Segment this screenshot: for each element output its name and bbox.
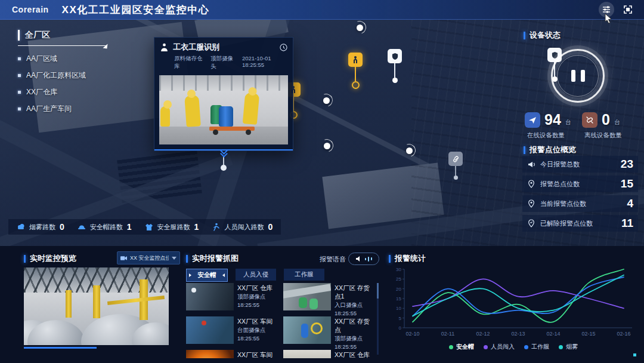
alarm-row-label: 今日报警总数 [540, 160, 616, 169]
svg-text:02-10: 02-10 [405, 331, 419, 337]
snapshot-location: XX厂区 车间 [237, 351, 273, 358]
title-accent-bar [24, 255, 26, 263]
area-nav-item[interactable]: AA厂化工原料区域 [18, 70, 107, 81]
pause-button[interactable] [551, 49, 605, 103]
chip-value: 1 [127, 222, 132, 232]
tab-workwear[interactable]: 工作服 [284, 269, 324, 281]
map-shield-pin[interactable] [388, 49, 402, 83]
snapshot-tabs: 安全帽 人员入侵 工作服 [186, 269, 324, 282]
dashboard: Corerain XX化工工业园区安全监控中心 全厂区 [0, 0, 644, 363]
area-nav-item[interactable]: AA厂区域 [18, 54, 107, 64]
online-count: 94 [544, 111, 561, 128]
monitor-scrollbar[interactable] [24, 347, 97, 349]
bullet-square [18, 91, 21, 94]
alarm-overview-row[interactable]: 今日报警总数 23 [522, 156, 638, 173]
snapshot-time: 18:25:55 [335, 343, 374, 350]
snapshot-location: XX厂区 存货点1 [335, 284, 374, 301]
tab-intrusion[interactable]: 人员入侵 [236, 269, 276, 281]
monitor-panel-title-text: 实时监控预览 [30, 253, 76, 264]
map-marker-dot[interactable] [324, 143, 330, 149]
legend-label: 安全帽 [456, 343, 474, 351]
map-marker-dot[interactable] [357, 24, 363, 31]
alarm-snapshot-item[interactable]: XX厂区 仓库 顶部摄像点 18:25:55 [186, 283, 277, 313]
work-suit-icon [160, 43, 169, 52]
map-alarm-pin[interactable] [348, 53, 363, 89]
online-unit: 台 [565, 118, 571, 127]
device-status-title-text: 设备状态 [530, 30, 561, 41]
chart-panel-title: 报警统计 [389, 253, 426, 264]
alarm-overview-row[interactable]: 已解除报警点位数 11 [522, 215, 638, 232]
svg-text:30: 30 [396, 267, 401, 272]
bullet-square [18, 107, 21, 110]
alarm-snapshot-item[interactable]: XX厂区 存货点 顶部摄像点 18:25:55 [283, 316, 374, 346]
resize-handle[interactable] [633, 353, 636, 356]
snapshot-thumbnail [283, 316, 331, 344]
alarm-statistics-chart[interactable]: 05101520253002-1002-1102-1202-1302-1402-… [389, 264, 638, 342]
popup-map-connector [221, 150, 227, 171]
legend-item-intrusion[interactable]: 人员闯入 [484, 343, 515, 351]
monitor-point-dropdown[interactable]: XX 安全监控点位 [117, 251, 180, 264]
area-nav-item[interactable]: XX厂仓库 [18, 87, 107, 97]
alarm-overview-row[interactable]: 报警总点位数 15 [522, 176, 638, 192]
area-label: AA厂化工原料区域 [26, 70, 86, 81]
title-accent-bar [186, 255, 188, 263]
volume-bar [371, 257, 372, 260]
bullet-square [18, 74, 21, 77]
alarm-overview-row[interactable]: 当前报警点位数 4 [522, 195, 638, 212]
alarm-pin-icon [527, 199, 535, 208]
alarm-snapshot-list: XX厂区 仓库 顶部摄像点 18:25:55 XX厂区 存货点1 入口摄像点 1… [186, 283, 374, 358]
map-link-pin[interactable] [448, 152, 463, 180]
area-label: 全厂区 [25, 30, 50, 41]
alarm-snapshot-item[interactable]: XX厂区 仓库 [283, 350, 374, 358]
smoke-channels-chip[interactable]: 烟雾路数 0 [17, 222, 64, 232]
monitor-preview-image[interactable] [24, 267, 169, 345]
area-label: AA厂区域 [26, 54, 57, 64]
legend-label: 工作服 [531, 343, 549, 351]
snapshot-location: XX厂区 仓库 [335, 351, 370, 358]
area-nav-item[interactable]: AA厂生产车间 [18, 104, 107, 114]
online-devices: 94 台 在线设备数量 [525, 111, 582, 140]
video-ceiling [159, 75, 288, 91]
snapshot-scrollbar-track[interactable] [377, 283, 379, 355]
fullscreen-button[interactable] [620, 2, 636, 17]
legend-dot [524, 345, 528, 349]
alarm-voice-button[interactable] [348, 253, 379, 265]
title-accent-bar [524, 32, 525, 39]
shield-icon [391, 53, 399, 60]
device-stats: 94 台 在线设备数量 0 台 离线设备数量 [525, 111, 639, 140]
legend-item-workwear[interactable]: 工作服 [524, 343, 549, 351]
tab-helmet[interactable]: 安全帽 [186, 269, 228, 282]
legend-item-helmet[interactable]: 安全帽 [449, 343, 474, 351]
fullscreen-icon [623, 5, 633, 14]
suit-channels-chip[interactable]: 安全服路数 1 [145, 222, 199, 232]
pallet-jack [209, 127, 255, 131]
megaphone-icon [527, 160, 535, 168]
helmet-channels-chip[interactable]: 安全帽路数 1 [78, 222, 132, 232]
clock-icon[interactable] [280, 44, 287, 51]
map-marker-dot[interactable] [406, 147, 413, 154]
alarm-snapshot-item[interactable]: XX厂区 车间 [186, 350, 277, 358]
top-bar: Corerain XX化工工业园区安全监控中心 [0, 0, 644, 20]
offline-device-icon [582, 112, 597, 128]
map-marker-dot[interactable] [323, 97, 330, 104]
yellow-column [66, 290, 72, 318]
snapshot-thumbnail [186, 283, 234, 310]
title-accent-bar [389, 255, 391, 263]
popup-video-frame[interactable] [159, 75, 288, 144]
popup-camera: 顶部摄像头 [210, 55, 235, 70]
legend-dot [449, 345, 453, 349]
chip-label: 烟雾路数 [29, 223, 55, 232]
area-nav: 全厂区 AA厂区域 AA厂化工原料区域 XX厂仓库 AA厂生产车间 [18, 30, 107, 114]
svg-text:10: 10 [396, 306, 401, 311]
area-nav-item-all[interactable]: 全厂区 [18, 30, 107, 46]
alarm-snapshot-item[interactable]: XX厂区 存货点1 入口摄像点 18:25:55 [283, 283, 374, 313]
legend-item-smoke[interactable]: 烟雾 [559, 343, 578, 351]
intrusion-channels-chip[interactable]: 人员闯入路数 0 [212, 222, 273, 232]
snapshot-time: 18:25:55 [237, 335, 273, 342]
alarm-snapshot-item[interactable]: XX厂区 车间 台面摄像点 18:25:55 [186, 316, 277, 346]
snapshot-time: 18:25:55 [335, 310, 374, 316]
pause-icon [571, 70, 575, 82]
snapshot-scrollbar-thumb[interactable] [377, 283, 379, 299]
svg-text:02-16: 02-16 [617, 331, 630, 337]
link-icon [452, 155, 460, 163]
